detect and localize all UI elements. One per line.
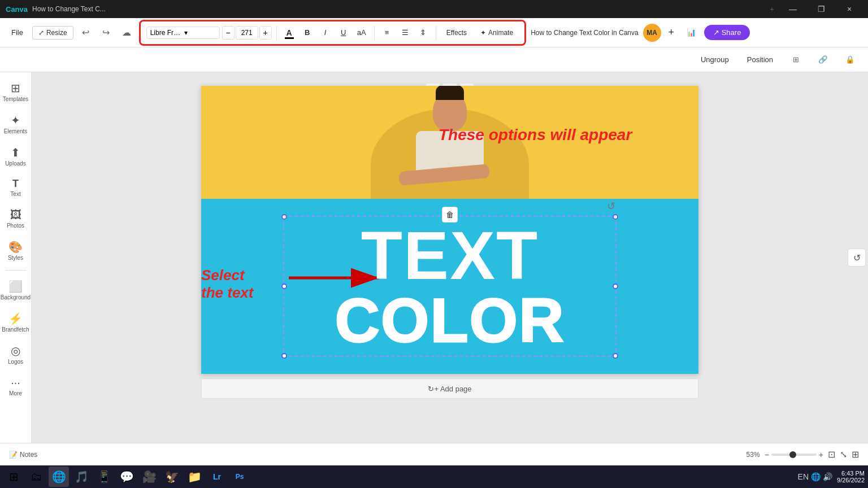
grid-btn[interactable]: ⊞ [787,51,805,69]
brandfetch-label: Brandfetch [2,326,29,333]
notes-btn[interactable]: 📝 Notes [9,451,37,459]
font-size-control: − + [222,26,272,40]
decrease-font-btn[interactable]: − [222,26,235,40]
add-page-btn[interactable]: ↻ + Add page [201,378,698,399]
invite-btn[interactable]: + [663,25,679,41]
canvas-area[interactable]: 🔒 ⧉ ⤢ [32,72,868,443]
taskbar-browser[interactable]: 🌐 [49,467,69,487]
italic-btn[interactable]: I [318,25,333,41]
close-btn[interactable]: × [836,0,862,18]
annotation-line1: Select [201,267,253,284]
align-btn[interactable]: ≡ [379,25,395,41]
toolbar-left: File ⤢ Resize ↩ ↪ ☁ [7,25,134,41]
fullscreen-btn[interactable]: ⊡ [828,449,835,460]
font-name-label: Libre Franklin Bl... [150,29,182,37]
notes-icon: 📝 [9,451,18,459]
sidebar-item-logos[interactable]: ◎ Logos [2,339,29,369]
resize-label: Resize [46,29,67,37]
position-btn[interactable]: Position [743,53,778,66]
sidebar-item-styles[interactable]: 🎨 Styles [2,236,29,265]
text-color-icon: A [287,28,292,37]
effects-btn[interactable]: Effects [441,27,472,39]
delete-float-btn[interactable]: 🗑 [442,207,458,223]
sidebar-item-background[interactable]: ⬜ Background [2,275,29,305]
clock-date: 9/26/2022 [837,477,865,483]
system-tray: EN 🌐 🔊 [798,472,832,481]
animate-btn[interactable]: ✦ Animate [475,27,519,39]
add-tab-btn[interactable]: ＋ [769,5,775,14]
handle-bl[interactable] [281,353,287,359]
stats-btn[interactable]: 📊 [683,24,701,42]
taskbar-app2[interactable]: 📁 [184,467,205,487]
lang-icon: EN [798,472,809,481]
uploads-label: Uploads [5,160,26,167]
taskbar-adobe-lr[interactable]: Lr [207,467,227,487]
taskbar-zoom[interactable]: 🎥 [139,467,159,487]
sidebar-item-more[interactable]: ··· More [2,372,29,401]
taskbar-right: EN 🌐 🔊 6:43 PM 9/26/2022 [798,470,865,483]
taskbar-adobe-ps[interactable]: Ps [229,467,250,487]
user-avatar-btn[interactable]: MA [643,24,661,42]
photos-label: Photos [7,223,24,229]
restore-btn[interactable]: ❐ [808,0,834,18]
handle-br[interactable] [613,353,618,359]
handle-mr[interactable] [613,284,618,289]
system-clock: 6:43 PM 9/26/2022 [837,470,865,483]
zoom-slider[interactable] [771,454,817,456]
resize-btn[interactable]: ⤢ Resize [32,26,73,40]
list-btn[interactable]: ☰ [397,25,413,41]
sidebar-item-uploads[interactable]: ⬆ Uploads [2,141,29,171]
taskbar-whatsapp[interactable]: 📱 [94,467,114,487]
sidebar-item-photos[interactable]: 🖼 Photos [2,204,29,233]
ungroup-btn[interactable]: Ungroup [696,53,734,66]
main-content: ⊞ Templates ✦ Elements ⬆ Uploads T Text … [0,72,868,443]
font-family-select[interactable]: Libre Franklin Bl... ▾ [146,27,220,39]
undo-btn[interactable]: ↩ [78,25,94,41]
handle-ml[interactable] [281,284,287,289]
title-bar: Canva How to Change Text C... ＋ — ❐ × [0,0,868,18]
sidebar-item-text[interactable]: T Text [2,173,29,202]
zoom-plus-icon: + [819,450,823,459]
sidebar-item-elements[interactable]: ✦ Elements [2,109,29,139]
taskbar-music[interactable]: 🎵 [71,467,92,487]
templates-label: Templates [3,96,29,102]
text-color-btn[interactable]: A [281,25,297,41]
sidebar-item-brandfetch[interactable]: ⚡ Brandfetch [2,307,29,337]
handle-tl[interactable] [281,214,287,220]
templates-icon: ⊞ [11,81,20,95]
divider-3 [436,26,436,40]
font-size-input[interactable] [236,26,258,40]
file-menu-btn[interactable]: File [7,26,28,39]
redo-btn[interactable]: ↪ [98,25,114,41]
rotate-handle[interactable]: ↺ [607,200,615,212]
share-btn[interactable]: ↗ Share [704,25,750,40]
start-btn[interactable]: ⊞ [3,467,24,487]
doc-title: How to Change Text Color in Canva [531,29,639,37]
minimize-btn[interactable]: — [780,0,806,18]
right-float-controls: ↺ [848,249,866,267]
lock-btn[interactable]: 🔒 [841,51,859,69]
handle-tr[interactable] [613,214,618,220]
text-selection-box[interactable]: 🗑 ↺ TEXT COLOR [283,216,617,357]
network-icon: 🌐 [811,472,821,481]
effects-label: Effects [446,29,467,37]
underline-btn[interactable]: U [336,25,351,41]
taskbar-discord[interactable]: 💬 [116,467,137,487]
bold-btn[interactable]: B [300,25,315,41]
grid-view-btn[interactable]: ⊞ [852,449,859,460]
spacing-btn[interactable]: ⇕ [415,25,431,41]
case-btn[interactable]: aA [354,25,370,41]
zoom-minus-icon: − [765,450,769,459]
taskbar-app1[interactable]: 🦅 [162,467,182,487]
share-icon: ↗ [713,28,719,37]
cloud-save-btn[interactable]: ☁ [119,25,134,41]
left-sidebar: ⊞ Templates ✦ Elements ⬆ Uploads T Text … [0,72,32,443]
increase-font-btn[interactable]: + [259,26,272,40]
rotate-canvas-btn[interactable]: ↺ [848,249,866,267]
sidebar-item-templates[interactable]: ⊞ Templates [2,77,29,107]
link-btn[interactable]: 🔗 [814,51,832,69]
taskbar-explorer[interactable]: 🗂 [26,467,46,487]
text-icon: T [12,178,19,190]
add-page-label: + Add page [434,385,471,393]
present-btn[interactable]: ⤡ [840,449,847,460]
